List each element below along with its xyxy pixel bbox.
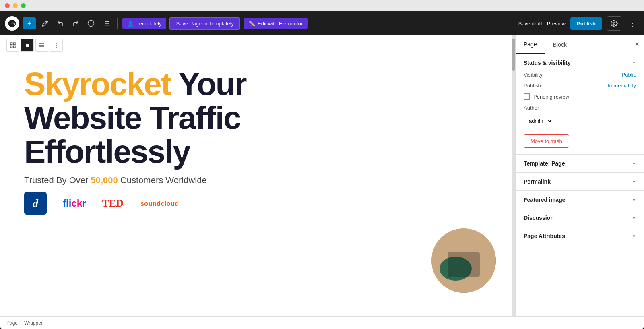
save-draft-button[interactable]: Save draft: [518, 21, 542, 27]
svg-rect-13: [13, 43, 15, 45]
featured-image-header[interactable]: Featured image ▼: [516, 191, 644, 209]
panel-body: Status & visibility ▲ Visibility Public …: [516, 54, 644, 316]
chevron-up-icon: ▲: [632, 61, 636, 65]
chevron-down-icon-2: ▼: [632, 180, 636, 184]
chevron-down-icon-3: ▼: [632, 198, 636, 202]
status-visibility-content: Visibility Public Publish Immediately Pe…: [516, 72, 644, 154]
flickr-logo: flickr: [63, 198, 86, 209]
editor-toolbar: ■ ⋮: [0, 35, 512, 55]
elementor-icon: ✏️: [248, 20, 255, 27]
redo-button[interactable]: [70, 17, 82, 29]
close-button[interactable]: [5, 3, 10, 8]
editor-canvas: Skyrocket Your Website Traffic Effortles…: [0, 55, 512, 316]
svg-text:W: W: [10, 21, 14, 26]
panel-header: Page Block ×: [516, 35, 644, 54]
author-row: Author: [524, 105, 636, 111]
pending-review-checkbox[interactable]: [524, 93, 530, 100]
page-attributes-header[interactable]: Page Attributes ▼: [516, 227, 644, 245]
main-toolbar: W +: [0, 11, 644, 35]
details-button[interactable]: [85, 17, 97, 29]
template-header[interactable]: Template: Page ▼: [516, 155, 644, 172]
right-panel: Page Block × Status & visibility ▲ Visib…: [515, 35, 644, 316]
breadcrumb-page[interactable]: Page: [6, 320, 18, 326]
hero-section: Skyrocket Your Website Traffic Effortles…: [0, 55, 512, 223]
hero-subtitle: Trusted By Over 50,000 Customers Worldwi…: [24, 175, 488, 186]
chevron-down-icon: ▼: [632, 161, 636, 166]
hero-circle-image: [431, 228, 496, 293]
maximize-button[interactable]: [21, 3, 26, 8]
discussion-section: Discussion ▼: [516, 209, 644, 227]
visibility-value[interactable]: Public: [622, 72, 636, 78]
edit-with-elementor-button[interactable]: ✏️ Edit with Elementor: [244, 18, 308, 29]
permalink-section: Permalink ▼: [516, 173, 644, 191]
featured-image-section: Featured image ▼: [516, 191, 644, 209]
chevron-down-icon-4: ▼: [632, 216, 636, 220]
settings-button[interactable]: [607, 16, 621, 31]
hero-orange-text: Skyrocket: [24, 66, 171, 102]
panel-close-button[interactable]: ×: [635, 40, 639, 49]
svg-rect-12: [10, 43, 12, 45]
breadcrumb-wrapper[interactable]: Wrapper: [24, 320, 43, 326]
ted-logo: TED: [102, 197, 123, 209]
svg-text:soundcloud: soundcloud: [140, 200, 179, 207]
toolbar-divider: [117, 18, 118, 29]
permalink-header[interactable]: Permalink ▼: [516, 173, 644, 190]
svg-point-11: [613, 23, 615, 25]
status-visibility-header[interactable]: Status & visibility ▲: [516, 54, 644, 72]
chevron-down-icon-5: ▼: [632, 234, 636, 238]
align-button[interactable]: [35, 39, 48, 52]
save-page-in-templately-button[interactable]: Save Page In Templately: [169, 17, 240, 30]
templately-button[interactable]: 👤 Templately: [122, 18, 166, 29]
edit-mode-button[interactable]: [39, 17, 51, 29]
scrollbar-thumb: [512, 39, 515, 71]
app-window: W +: [0, 11, 644, 329]
toolbar-right: Save draft Preview Publish ⋮: [518, 16, 639, 31]
dailymotion-logo: d: [24, 192, 47, 215]
editor-scrollbar[interactable]: [512, 35, 515, 316]
soundcloud-logo: soundcloud: [140, 197, 180, 209]
page-attributes-section: Page Attributes ▼: [516, 227, 644, 245]
wp-logo[interactable]: W: [5, 16, 19, 31]
svg-rect-22: [448, 252, 480, 277]
svg-rect-14: [13, 46, 15, 48]
transform-block-button[interactable]: [6, 39, 19, 52]
title-bar: [0, 0, 644, 11]
editor-area: ■ ⋮ Skyrocket Your Websit: [0, 35, 512, 316]
content-area: ■ ⋮ Skyrocket Your Websit: [0, 35, 644, 316]
tab-block[interactable]: Block: [545, 36, 575, 54]
publish-button[interactable]: Publish: [570, 17, 602, 30]
more-block-options-button[interactable]: ⋮: [50, 39, 63, 52]
visibility-row: Visibility Public: [524, 72, 636, 78]
minimize-button[interactable]: [13, 3, 18, 8]
discussion-header[interactable]: Discussion ▼: [516, 209, 644, 227]
add-block-button[interactable]: +: [23, 17, 36, 29]
templately-icon: 👤: [127, 20, 134, 27]
publish-row: Publish Immediately: [524, 83, 636, 89]
plus-icon: +: [27, 20, 31, 27]
move-to-trash-button[interactable]: Move to trash: [524, 134, 569, 148]
brand-logos: d flickr TED soundcloud: [24, 192, 488, 215]
author-select[interactable]: admin: [524, 116, 553, 126]
preview-button[interactable]: Preview: [547, 21, 566, 27]
breadcrumb: Page › Wrapper: [0, 316, 644, 329]
publish-time-value[interactable]: Immediately: [608, 83, 636, 89]
template-section: Template: Page ▼: [516, 155, 644, 173]
hero-title: Skyrocket Your Website Traffic Effortles…: [24, 67, 488, 169]
block-type-button[interactable]: ■: [21, 39, 34, 52]
list-view-button[interactable]: [100, 17, 112, 29]
pending-review-row: Pending review: [524, 93, 636, 100]
undo-button[interactable]: [54, 17, 66, 29]
tab-page[interactable]: Page: [516, 35, 545, 54]
status-visibility-section: Status & visibility ▲ Visibility Public …: [516, 54, 644, 155]
svg-rect-15: [10, 46, 12, 48]
more-options-button[interactable]: ⋮: [626, 16, 639, 31]
